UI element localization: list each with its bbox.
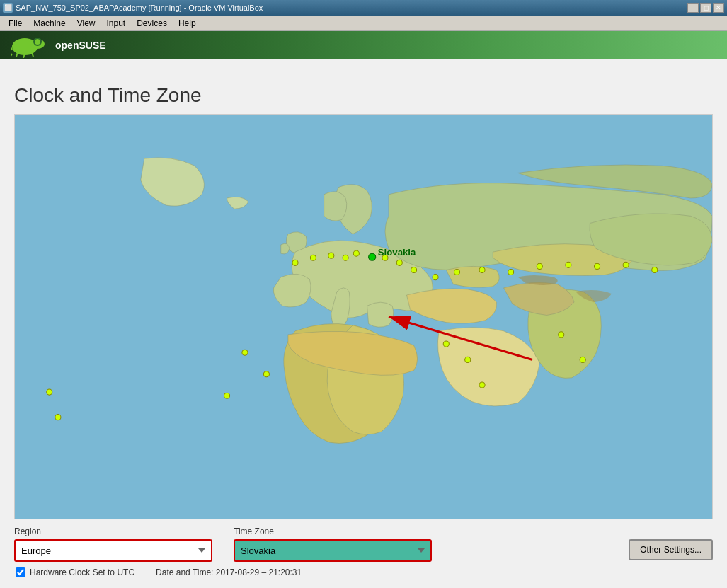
svg-point-24 [508, 269, 514, 275]
world-map-container: Slovakia [14, 114, 713, 519]
close-button[interactable]: ✕ [713, 3, 724, 13]
menu-file[interactable]: File [3, 17, 28, 30]
title-bar: ⬜ SAP_NW_750_SP02_ABAPAcademy [Running] … [0, 0, 727, 16]
region-field-group: Region Europe Americas Asia Africa Austr… [14, 526, 212, 562]
svg-point-30 [47, 389, 52, 395]
window-title: SAP_NW_750_SP02_ABAPAcademy [Running] - … [16, 4, 263, 12]
svg-point-32 [242, 350, 248, 355]
controls-area: Region Europe Americas Asia Africa Austr… [14, 519, 713, 581]
menu-help[interactable]: Help [173, 17, 202, 30]
hardware-clock-row: Hardware Clock Set to UTC [16, 567, 134, 577]
svg-point-28 [623, 262, 629, 267]
window-controls[interactable]: _ ◻ ✕ [687, 3, 724, 13]
svg-point-1 [30, 39, 45, 49]
other-settings-button[interactable]: Other Settings... [629, 539, 713, 560]
svg-point-23 [479, 267, 485, 272]
info-row: Hardware Clock Set to UTC Date and Time:… [14, 567, 713, 577]
svg-point-16 [343, 255, 348, 260]
svg-point-15 [328, 253, 334, 258]
svg-point-12 [369, 253, 376, 260]
svg-point-19 [396, 260, 402, 265]
svg-point-21 [433, 275, 438, 280]
svg-point-26 [566, 262, 571, 267]
region-label: Region [14, 526, 212, 536]
menu-input[interactable]: Input [101, 17, 132, 30]
page-title: Clock and Time Zone [14, 84, 713, 107]
opensuse-logo: openSUSE [8, 33, 106, 58]
svg-point-36 [465, 357, 471, 362]
app-icon: ⬜ [3, 3, 13, 13]
svg-text:Slovakia: Slovakia [378, 247, 416, 258]
menu-machine[interactable]: Machine [28, 17, 71, 30]
svg-point-29 [652, 267, 658, 272]
svg-point-27 [594, 263, 600, 269]
region-select[interactable]: Europe Americas Asia Africa Australia [14, 539, 212, 562]
svg-point-38 [559, 332, 564, 338]
svg-point-33 [263, 371, 269, 377]
opensuse-text: openSUSE [55, 40, 106, 51]
svg-point-34 [224, 393, 230, 398]
svg-point-25 [537, 263, 542, 269]
minimize-button[interactable]: _ [687, 3, 699, 13]
dropdowns-row: Region Europe Americas Asia Africa Austr… [14, 526, 713, 562]
svg-point-14 [310, 255, 316, 260]
svg-point-35 [443, 341, 449, 347]
svg-point-39 [580, 357, 585, 362]
world-map-svg: Slovakia [15, 115, 712, 519]
menu-devices[interactable]: Devices [131, 17, 173, 30]
svg-point-20 [411, 267, 417, 272]
hardware-clock-checkbox[interactable] [16, 567, 25, 577]
timezone-select[interactable]: Slovakia Prague Vienna Berlin London Par… [234, 539, 432, 562]
menu-bar: File Machine View Input Devices Help [0, 16, 727, 31]
title-bar-left: ⬜ SAP_NW_750_SP02_ABAPAcademy [Running] … [3, 3, 263, 13]
hardware-clock-label: Hardware Clock Set to UTC [30, 567, 134, 577]
timezone-field-group: Time Zone Slovakia Prague Vienna Berlin … [234, 526, 432, 562]
svg-point-22 [454, 269, 459, 275]
svg-point-17 [353, 250, 359, 256]
timezone-label: Time Zone [234, 526, 432, 536]
restore-button[interactable]: ◻ [700, 3, 711, 13]
datetime-display: Date and Time: 2017-08-29 – 21:20:31 [156, 567, 302, 577]
menu-view[interactable]: View [71, 17, 101, 30]
svg-point-13 [292, 260, 298, 265]
svg-point-37 [479, 382, 485, 388]
opensuse-header: openSUSE [0, 31, 727, 59]
svg-point-31 [55, 415, 61, 420]
main-content: Clock and Time Zone [0, 59, 727, 588]
chameleon-logo [8, 33, 51, 58]
